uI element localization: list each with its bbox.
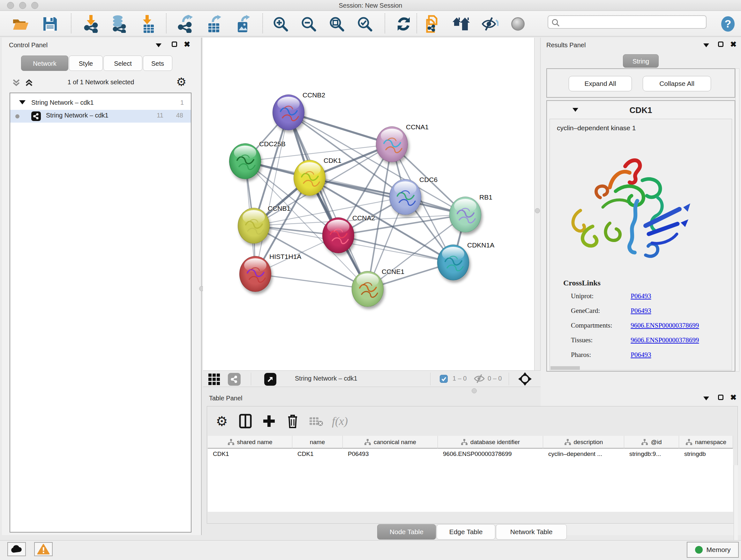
fit-selected-crosshair-icon[interactable]	[518, 372, 532, 387]
table-gear-icon[interactable]: ⚙	[213, 412, 231, 430]
save-session-icon[interactable]	[41, 15, 59, 33]
network-results-divider[interactable]	[534, 38, 541, 370]
clone-network-icon[interactable]	[423, 15, 442, 33]
column-header-namespace[interactable]: namespace	[679, 436, 733, 449]
add-column-icon[interactable]	[260, 412, 278, 430]
zoom-fit-icon[interactable]	[327, 15, 346, 33]
network-canvas[interactable]: CCNB2 CCNA1 CDC25B CDK1	[203, 38, 534, 370]
cloud-status-button[interactable]	[7, 542, 26, 556]
expand-all-button[interactable]: Expand All	[569, 76, 632, 91]
protein-node-cdk1[interactable]	[293, 160, 326, 196]
protein-node-ccna1[interactable]	[376, 126, 408, 162]
control-panel-float-icon[interactable]	[172, 42, 177, 47]
import-table-icon[interactable]	[138, 15, 156, 33]
table-vertical-scrollbar[interactable]	[734, 465, 738, 541]
table-cell[interactable]: CDK1	[213, 450, 291, 457]
network-edge[interactable]	[255, 112, 288, 274]
protein-node-ccne1[interactable]	[352, 271, 384, 307]
tab-node-table[interactable]: Node Table	[377, 524, 436, 540]
show-columns-icon[interactable]	[237, 412, 254, 430]
delete-column-icon[interactable]	[284, 412, 301, 430]
string-home-icon[interactable]	[452, 15, 470, 33]
memory-button[interactable]: Memory	[687, 542, 739, 558]
network-options-gear-icon[interactable]: ⚙	[176, 75, 186, 89]
export-network-icon[interactable]	[176, 15, 195, 33]
column-header-shared-name[interactable]: shared name	[208, 436, 292, 449]
network-edge[interactable]	[288, 112, 367, 289]
crosslinks-hscroll-thumb[interactable]	[550, 366, 580, 370]
tab-sets[interactable]: Sets	[143, 56, 172, 71]
protein-node-cdc6[interactable]	[389, 179, 421, 215]
table-cell[interactable]: CDK1	[297, 450, 341, 457]
control-panel-close-icon[interactable]: ✖	[184, 42, 190, 47]
tab-style[interactable]: Style	[69, 56, 103, 71]
column-header-description[interactable]: description	[543, 436, 624, 449]
control-panel-menu-icon[interactable]	[156, 44, 161, 47]
node-structure-glyph	[229, 144, 261, 179]
search-input[interactable]	[562, 17, 703, 27]
table-cell[interactable]: stringdb:9...	[629, 450, 678, 457]
protein-node-cdkn1a[interactable]	[437, 245, 469, 280]
protein-node-hist1h1a[interactable]	[239, 256, 271, 292]
gray-sphere-icon[interactable]	[509, 15, 527, 33]
protein-node-rb1[interactable]	[449, 197, 481, 233]
tab-string-results[interactable]: String	[623, 54, 659, 68]
string-view-icon[interactable]	[228, 373, 241, 386]
help-icon[interactable]: ?	[719, 15, 737, 33]
expand-all-networks-icon[interactable]	[11, 78, 21, 89]
column-header-database-identifier[interactable]: database identifier	[438, 436, 543, 449]
collapse-all-networks-icon[interactable]	[24, 78, 34, 89]
grid-view-icon[interactable]	[208, 373, 220, 387]
tab-edge-table[interactable]: Edge Table	[436, 524, 495, 540]
protein-node-ccnb2[interactable]	[273, 95, 305, 130]
function-builder-icon[interactable]: f(x)	[331, 412, 349, 430]
protein-node-ccna2[interactable]	[322, 217, 354, 253]
table-cell[interactable]: P06493	[348, 450, 436, 457]
network-collection-row[interactable]: String Network – cdk1 1	[10, 97, 191, 110]
delete-table-icon[interactable]	[307, 412, 325, 430]
protein-node-ccnb1[interactable]	[238, 208, 270, 244]
table-cell[interactable]: 9606.ENSP00000378699	[443, 450, 542, 457]
tab-select[interactable]: Select	[104, 56, 142, 71]
refresh-view-icon[interactable]	[394, 15, 413, 33]
results-scrollbar[interactable]	[735, 68, 739, 372]
crosslink-link[interactable]: 9606.ENSP00000378699	[630, 336, 699, 344]
collection-expand-icon[interactable]	[19, 100, 25, 105]
tab-network[interactable]: Network	[21, 56, 68, 71]
crosslink-link[interactable]: P06493	[630, 292, 651, 300]
protein-node-cdc25b[interactable]	[229, 143, 261, 179]
import-network-file-icon[interactable]	[82, 15, 100, 33]
zoom-out-icon[interactable]	[299, 15, 318, 33]
hide-unhide-icon[interactable]	[481, 15, 499, 33]
results-panel-float-icon[interactable]	[718, 42, 724, 47]
results-panel-menu-icon[interactable]	[703, 44, 709, 47]
export-table-icon[interactable]	[205, 15, 223, 33]
table-panel-menu-icon[interactable]	[703, 396, 709, 400]
column-header-canonical-name[interactable]: canonical name	[343, 436, 438, 449]
table-cell[interactable]: stringdb	[684, 450, 732, 457]
zoom-selected-icon[interactable]	[355, 15, 374, 33]
column-header-name[interactable]: name	[292, 436, 343, 449]
table-panel-float-icon[interactable]	[718, 395, 724, 400]
export-image-icon[interactable]	[233, 15, 252, 33]
open-session-icon[interactable]	[11, 15, 30, 33]
results-panel-close-icon[interactable]: ✖	[730, 42, 737, 47]
detach-view-icon[interactable]	[264, 373, 276, 386]
import-network-database-icon[interactable]	[110, 15, 128, 33]
horizontal-splitter-handle[interactable]	[472, 388, 477, 393]
warnings-button[interactable]	[34, 542, 53, 556]
crosslink-link[interactable]: 9606.ENSP00000378699	[630, 321, 699, 329]
crosslink-link[interactable]: P06493	[630, 307, 651, 314]
network-row[interactable]: String Network – cdk1 11 48	[10, 110, 191, 123]
collapse-all-button[interactable]: Collapse All	[643, 76, 711, 91]
search-box[interactable]	[548, 15, 706, 29]
right-splitter-handle[interactable]	[535, 208, 540, 213]
tab-network-table[interactable]: Network Table	[496, 524, 567, 540]
crosslink-link[interactable]: P06493	[630, 351, 651, 359]
table-cell[interactable]: cyclin–dependent ...	[548, 450, 623, 457]
column-header-@id[interactable]: @id	[624, 436, 679, 449]
network-edge[interactable]	[255, 274, 367, 289]
selected-checkbox[interactable]	[440, 375, 448, 383]
table-panel-close-icon[interactable]: ✖	[730, 395, 737, 400]
zoom-in-icon[interactable]	[271, 15, 290, 33]
